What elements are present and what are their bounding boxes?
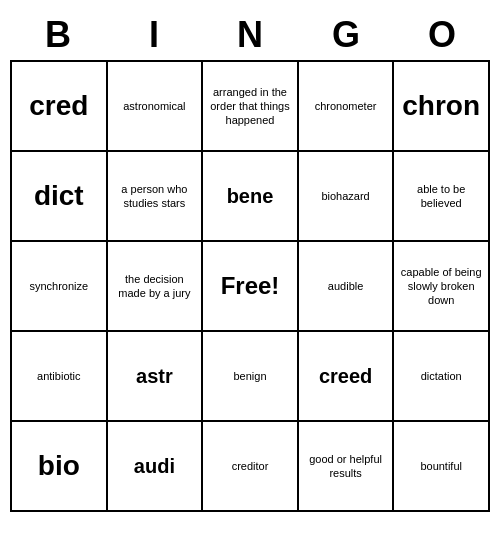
- bingo-cell[interactable]: good or helpful results: [299, 422, 395, 512]
- bingo-cell[interactable]: bio: [12, 422, 108, 512]
- bingo-cell[interactable]: biohazard: [299, 152, 395, 242]
- bingo-cell[interactable]: creed: [299, 332, 395, 422]
- bingo-cell[interactable]: capable of being slowly broken down: [394, 242, 490, 332]
- bingo-cell[interactable]: arranged in the order that things happen…: [203, 62, 299, 152]
- bingo-cell[interactable]: chronometer: [299, 62, 395, 152]
- header-letter: I: [106, 10, 202, 60]
- bingo-cell[interactable]: synchronize: [12, 242, 108, 332]
- bingo-cell[interactable]: creditor: [203, 422, 299, 512]
- header-letter: O: [394, 10, 490, 60]
- bingo-cell[interactable]: audi: [108, 422, 204, 512]
- bingo-cell[interactable]: astronomical: [108, 62, 204, 152]
- bingo-cell[interactable]: chron: [394, 62, 490, 152]
- bingo-cell[interactable]: bountiful: [394, 422, 490, 512]
- bingo-cell[interactable]: the decision made by a jury: [108, 242, 204, 332]
- bingo-header: BINGO: [10, 10, 490, 60]
- bingo-cell[interactable]: audible: [299, 242, 395, 332]
- bingo-cell[interactable]: benign: [203, 332, 299, 422]
- bingo-cell[interactable]: astr: [108, 332, 204, 422]
- bingo-cell[interactable]: dictation: [394, 332, 490, 422]
- bingo-cell[interactable]: antibiotic: [12, 332, 108, 422]
- header-letter: N: [202, 10, 298, 60]
- bingo-cell[interactable]: Free!: [203, 242, 299, 332]
- bingo-cell[interactable]: dict: [12, 152, 108, 242]
- bingo-cell[interactable]: a person who studies stars: [108, 152, 204, 242]
- bingo-cell[interactable]: able to be believed: [394, 152, 490, 242]
- bingo-cell[interactable]: bene: [203, 152, 299, 242]
- header-letter: B: [10, 10, 106, 60]
- bingo-board: BINGO credastronomicalarranged in the or…: [10, 10, 490, 512]
- bingo-grid: credastronomicalarranged in the order th…: [10, 60, 490, 512]
- header-letter: G: [298, 10, 394, 60]
- bingo-cell[interactable]: cred: [12, 62, 108, 152]
